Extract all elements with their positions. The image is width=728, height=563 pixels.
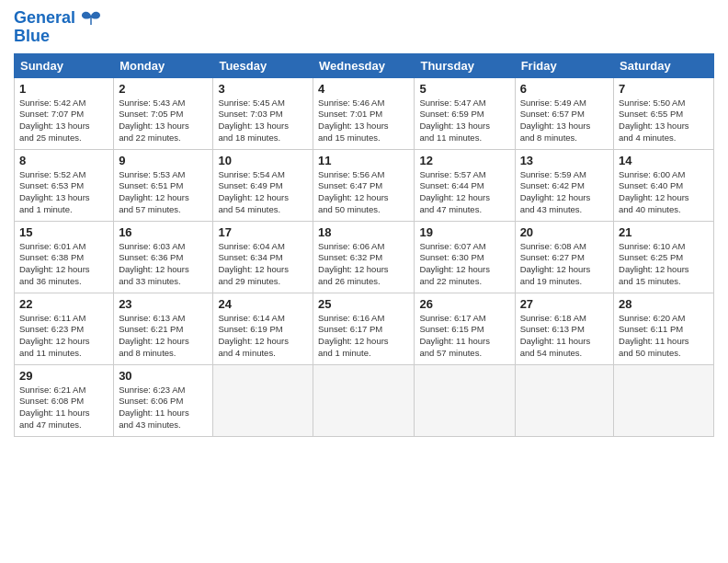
day-number: 8	[19, 154, 108, 167]
day-info: Sunrise: 5:56 AM Sunset: 6:47 PM Dayligh…	[318, 169, 409, 216]
calendar-cell: 1Sunrise: 5:42 AM Sunset: 7:07 PM Daylig…	[15, 77, 114, 149]
header-monday: Monday	[114, 53, 213, 77]
calendar-cell: 10Sunrise: 5:54 AM Sunset: 6:49 PM Dayli…	[213, 149, 313, 221]
day-number: 13	[520, 154, 609, 167]
day-info: Sunrise: 6:01 AM Sunset: 6:38 PM Dayligh…	[19, 241, 108, 288]
day-number: 3	[218, 82, 308, 96]
header-wednesday: Wednesday	[313, 53, 415, 77]
calendar-cell: 5Sunrise: 5:47 AM Sunset: 6:59 PM Daylig…	[415, 77, 515, 149]
day-number: 28	[619, 297, 709, 311]
week-row-5: 29Sunrise: 6:21 AM Sunset: 6:08 PM Dayli…	[15, 364, 714, 436]
calendar-cell: 7Sunrise: 5:50 AM Sunset: 6:55 PM Daylig…	[614, 77, 714, 149]
day-info: Sunrise: 6:11 AM Sunset: 6:23 PM Dayligh…	[19, 313, 108, 360]
day-info: Sunrise: 6:17 AM Sunset: 6:15 PM Dayligh…	[419, 313, 509, 360]
calendar-cell: 16Sunrise: 6:03 AM Sunset: 6:36 PM Dayli…	[114, 221, 213, 293]
calendar-cell: 6Sunrise: 5:49 AM Sunset: 6:57 PM Daylig…	[515, 77, 613, 149]
logo-bird-icon	[81, 10, 101, 27]
day-info: Sunrise: 6:21 AM Sunset: 6:08 PM Dayligh…	[19, 385, 108, 431]
day-info: Sunrise: 5:42 AM Sunset: 7:07 PM Dayligh…	[19, 98, 108, 144]
day-info: Sunrise: 6:06 AM Sunset: 6:32 PM Dayligh…	[318, 241, 409, 288]
day-info: Sunrise: 6:10 AM Sunset: 6:25 PM Dayligh…	[619, 241, 709, 288]
calendar-cell: 23Sunrise: 6:13 AM Sunset: 6:21 PM Dayli…	[114, 293, 213, 364]
day-number: 9	[119, 154, 208, 167]
day-number: 30	[119, 369, 208, 383]
calendar-cell: 15Sunrise: 6:01 AM Sunset: 6:38 PM Dayli…	[15, 221, 114, 293]
calendar-cell: 14Sunrise: 6:00 AM Sunset: 6:40 PM Dayli…	[614, 149, 714, 221]
calendar-table: Sunday Monday Tuesday Wednesday Thursday…	[14, 53, 714, 437]
day-info: Sunrise: 5:59 AM Sunset: 6:42 PM Dayligh…	[520, 169, 609, 216]
day-info: Sunrise: 6:14 AM Sunset: 6:19 PM Dayligh…	[218, 313, 308, 360]
weekday-header-row: Sunday Monday Tuesday Wednesday Thursday…	[15, 53, 714, 77]
calendar-cell	[614, 364, 714, 436]
day-info: Sunrise: 5:47 AM Sunset: 6:59 PM Dayligh…	[419, 98, 509, 144]
calendar-cell: 25Sunrise: 6:16 AM Sunset: 6:17 PM Dayli…	[313, 293, 415, 364]
day-number: 2	[119, 82, 208, 96]
day-info: Sunrise: 5:53 AM Sunset: 6:51 PM Dayligh…	[119, 169, 208, 216]
day-info: Sunrise: 5:54 AM Sunset: 6:49 PM Dayligh…	[218, 169, 308, 216]
calendar-cell: 20Sunrise: 6:08 AM Sunset: 6:27 PM Dayli…	[515, 221, 613, 293]
header-tuesday: Tuesday	[213, 53, 313, 77]
day-number: 19	[419, 225, 509, 239]
day-number: 23	[119, 297, 208, 311]
calendar-cell: 2Sunrise: 5:43 AM Sunset: 7:05 PM Daylig…	[114, 77, 213, 149]
day-number: 20	[520, 225, 609, 239]
day-info: Sunrise: 5:50 AM Sunset: 6:55 PM Dayligh…	[619, 98, 709, 144]
calendar-cell: 12Sunrise: 5:57 AM Sunset: 6:44 PM Dayli…	[415, 149, 515, 221]
calendar-cell: 17Sunrise: 6:04 AM Sunset: 6:34 PM Dayli…	[213, 221, 313, 293]
day-info: Sunrise: 5:45 AM Sunset: 7:03 PM Dayligh…	[218, 98, 308, 144]
day-info: Sunrise: 5:43 AM Sunset: 7:05 PM Dayligh…	[119, 98, 208, 144]
day-info: Sunrise: 5:46 AM Sunset: 7:01 PM Dayligh…	[318, 98, 409, 144]
week-row-1: 1Sunrise: 5:42 AM Sunset: 7:07 PM Daylig…	[15, 77, 714, 149]
day-info: Sunrise: 6:04 AM Sunset: 6:34 PM Dayligh…	[218, 241, 308, 288]
calendar-cell: 21Sunrise: 6:10 AM Sunset: 6:25 PM Dayli…	[614, 221, 714, 293]
calendar-cell: 11Sunrise: 5:56 AM Sunset: 6:47 PM Dayli…	[313, 149, 415, 221]
day-number: 11	[318, 154, 409, 167]
header-thursday: Thursday	[415, 53, 515, 77]
calendar-cell: 9Sunrise: 5:53 AM Sunset: 6:51 PM Daylig…	[114, 149, 213, 221]
calendar-cell: 24Sunrise: 6:14 AM Sunset: 6:19 PM Dayli…	[213, 293, 313, 364]
header-sunday: Sunday	[15, 53, 114, 77]
week-row-3: 15Sunrise: 6:01 AM Sunset: 6:38 PM Dayli…	[15, 221, 714, 293]
day-info: Sunrise: 5:57 AM Sunset: 6:44 PM Dayligh…	[419, 169, 509, 216]
day-info: Sunrise: 6:20 AM Sunset: 6:11 PM Dayligh…	[619, 313, 709, 360]
calendar-cell: 29Sunrise: 6:21 AM Sunset: 6:08 PM Dayli…	[15, 364, 114, 436]
day-number: 6	[520, 82, 609, 96]
day-number: 27	[520, 297, 609, 311]
day-number: 7	[619, 82, 709, 96]
day-number: 25	[318, 297, 409, 311]
day-info: Sunrise: 5:49 AM Sunset: 6:57 PM Dayligh…	[520, 98, 609, 144]
calendar-cell: 13Sunrise: 5:59 AM Sunset: 6:42 PM Dayli…	[515, 149, 613, 221]
day-number: 12	[419, 154, 509, 167]
day-info: Sunrise: 6:16 AM Sunset: 6:17 PM Dayligh…	[318, 313, 409, 360]
logo-text: General Blue	[14, 8, 102, 45]
day-number: 24	[218, 297, 308, 311]
header-saturday: Saturday	[614, 53, 714, 77]
day-number: 10	[218, 154, 308, 167]
week-row-2: 8Sunrise: 5:52 AM Sunset: 6:53 PM Daylig…	[15, 149, 714, 221]
calendar-cell: 4Sunrise: 5:46 AM Sunset: 7:01 PM Daylig…	[313, 77, 415, 149]
calendar-cell	[415, 364, 515, 436]
day-info: Sunrise: 6:03 AM Sunset: 6:36 PM Dayligh…	[119, 241, 208, 288]
day-number: 1	[19, 82, 108, 96]
day-info: Sunrise: 5:52 AM Sunset: 6:53 PM Dayligh…	[19, 169, 108, 216]
calendar-cell: 19Sunrise: 6:07 AM Sunset: 6:30 PM Dayli…	[415, 221, 515, 293]
day-number: 18	[318, 225, 409, 239]
day-number: 29	[19, 369, 108, 383]
calendar-cell: 30Sunrise: 6:23 AM Sunset: 6:06 PM Dayli…	[114, 364, 213, 436]
day-number: 15	[19, 225, 108, 239]
day-info: Sunrise: 6:08 AM Sunset: 6:27 PM Dayligh…	[520, 241, 609, 288]
day-number: 22	[19, 297, 108, 311]
calendar-container: General Blue Sunday	[0, 0, 728, 563]
calendar-cell	[213, 364, 313, 436]
header-friday: Friday	[515, 53, 613, 77]
calendar-cell: 26Sunrise: 6:17 AM Sunset: 6:15 PM Dayli…	[415, 293, 515, 364]
logo: General Blue	[14, 9, 102, 46]
calendar-cell: 3Sunrise: 5:45 AM Sunset: 7:03 PM Daylig…	[213, 77, 313, 149]
calendar-cell: 28Sunrise: 6:20 AM Sunset: 6:11 PM Dayli…	[614, 293, 714, 364]
day-number: 26	[419, 297, 509, 311]
header: General Blue	[14, 9, 714, 46]
day-number: 21	[619, 225, 709, 239]
calendar-cell: 18Sunrise: 6:06 AM Sunset: 6:32 PM Dayli…	[313, 221, 415, 293]
calendar-cell	[313, 364, 415, 436]
week-row-4: 22Sunrise: 6:11 AM Sunset: 6:23 PM Dayli…	[15, 293, 714, 364]
